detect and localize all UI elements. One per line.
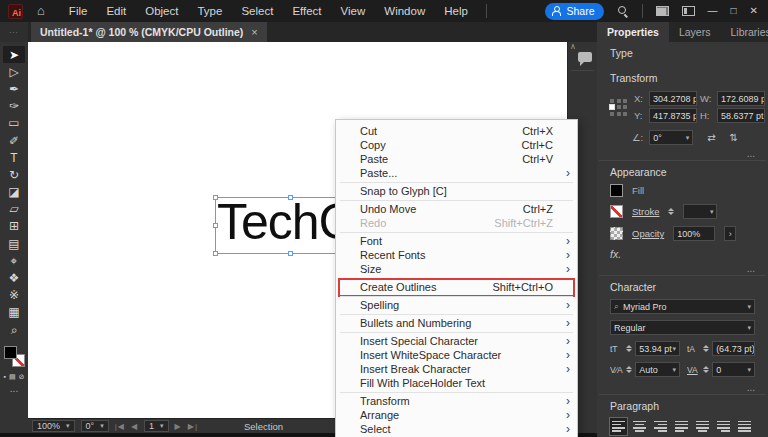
chevron-down-icon[interactable]: ▾: [710, 208, 714, 216]
align-center[interactable]: [631, 418, 648, 435]
selection-handle[interactable]: [213, 251, 218, 256]
menubar-item[interactable]: Object: [145, 0, 178, 22]
chevron-down-icon[interactable]: ▾: [686, 134, 690, 142]
transform-more-options-button[interactable]: ...: [599, 149, 766, 160]
tracking-field[interactable]: 0 ▾: [712, 362, 755, 377]
selection-handle[interactable]: [288, 251, 293, 256]
flip-horizontal-button[interactable]: ⇄: [707, 132, 715, 143]
arrange-documents-icon[interactable]: [656, 6, 669, 16]
ctx-font[interactable]: Font ›: [336, 234, 577, 248]
eraser-tool[interactable]: ◪: [3, 184, 25, 201]
menubar-item[interactable]: Help: [444, 0, 468, 22]
edit-toolbar-button[interactable]: ...: [10, 386, 18, 392]
justify-last-center[interactable]: [694, 418, 711, 435]
color-mode-icon[interactable]: ▪: [4, 373, 6, 381]
justify-last-right[interactable]: [715, 418, 732, 435]
artboard-tool[interactable]: ▦: [3, 304, 25, 321]
font-style-select[interactable]: Regular ▾: [610, 320, 755, 335]
width-field[interactable]: 172.6089 pt: [717, 91, 765, 106]
chevron-down-icon[interactable]: ▾: [672, 345, 676, 353]
menubar-item[interactable]: Select: [241, 0, 273, 22]
flip-vertical-button[interactable]: ⇅: [730, 132, 738, 143]
rotation-angle-field[interactable]: 0° ▾: [649, 130, 693, 145]
kerning-field[interactable]: Auto ▾: [635, 362, 680, 377]
scale-tool[interactable]: ▱: [3, 201, 25, 218]
shape-builder-tool[interactable]: ⊞: [3, 218, 25, 235]
scroll-up-icon[interactable]: ∧: [570, 42, 576, 51]
opacity-link[interactable]: Opacity: [632, 228, 664, 239]
tracking-stepper[interactable]: [703, 366, 709, 374]
gradient-mode-icon[interactable]: ▤: [9, 373, 16, 381]
last-artboard-button[interactable]: ▶|: [188, 422, 198, 431]
selection-handle[interactable]: [213, 195, 218, 200]
font-family-select[interactable]: ⌕ Myriad Pro ▾: [610, 299, 755, 314]
chevron-down-icon[interactable]: ▾: [160, 422, 164, 430]
menubar-item[interactable]: View: [341, 0, 366, 22]
stroke-weight-field[interactable]: ▾: [683, 204, 717, 219]
tab-libraries[interactable]: Libraries: [720, 22, 768, 42]
stroke-weight-stepper[interactable]: [668, 208, 674, 216]
ctx-fill-placeholder[interactable]: Fill With PlaceHolder Text: [336, 376, 577, 390]
pen-tool[interactable]: ✒: [3, 80, 25, 97]
comments-panel-icon[interactable]: [578, 52, 592, 62]
symbol-sprayer-tool[interactable]: ※: [3, 287, 25, 304]
search-icon[interactable]: [617, 5, 629, 17]
chevron-down-icon[interactable]: ▾: [66, 422, 70, 430]
ctx-snap-to-glyph[interactable]: Snap to Glyph [C]: [336, 184, 577, 198]
ctx-copy[interactable]: Copy Ctrl+C: [336, 138, 577, 152]
ctx-recent-fonts[interactable]: Recent Fonts ›: [336, 248, 577, 262]
ctx-spelling[interactable]: Spelling ›: [336, 298, 577, 312]
artboard-number-select[interactable]: 1 ▾: [144, 420, 169, 432]
chevron-down-icon[interactable]: ▾: [747, 324, 751, 332]
maximize-button[interactable]: □: [731, 0, 737, 22]
opacity-options-button[interactable]: ›: [724, 226, 736, 241]
justify-all[interactable]: [736, 418, 753, 435]
curvature-tool[interactable]: ✑: [3, 98, 25, 115]
direct-selection-tool[interactable]: ▷: [3, 63, 25, 80]
stroke-color-swatch[interactable]: [610, 205, 623, 218]
opacity-swatch[interactable]: [610, 227, 623, 240]
ctx-undo-move[interactable]: Undo Move Ctrl+Z: [336, 202, 577, 216]
selection-handle[interactable]: [213, 223, 218, 228]
ctx-paste-options[interactable]: Paste... ›: [336, 166, 577, 180]
fx-button[interactable]: fx.: [610, 248, 755, 260]
chevron-down-icon[interactable]: ▾: [747, 366, 751, 374]
kerning-stepper[interactable]: [626, 366, 632, 374]
gradient-tool[interactable]: ▤: [3, 235, 25, 252]
tab-properties[interactable]: Properties: [597, 22, 669, 42]
leading-field[interactable]: (64.73 pt) ▾: [712, 341, 755, 356]
leading-stepper[interactable]: [703, 345, 709, 353]
menubar-item[interactable]: Edit: [106, 0, 126, 22]
selection-handle[interactable]: [288, 195, 293, 200]
blend-tool[interactable]: ❖: [3, 269, 25, 286]
menubar-item[interactable]: Effect: [292, 0, 321, 22]
zoom-level-select[interactable]: 100% ▾: [32, 420, 75, 432]
previous-artboard-button[interactable]: ◀: [131, 422, 138, 431]
ctx-insert-break-character[interactable]: Insert Break Character ›: [336, 362, 577, 376]
appearance-more-options-button[interactable]: ...: [599, 264, 766, 275]
character-more-options-button[interactable]: ...: [599, 383, 766, 394]
rectangle-tool[interactable]: ▭: [3, 115, 25, 132]
menubar-item[interactable]: Type: [197, 0, 222, 22]
menubar-item[interactable]: File: [69, 0, 88, 22]
font-size-field[interactable]: 53.94 pt ▾: [635, 341, 680, 356]
chevron-down-icon[interactable]: ▾: [747, 303, 751, 311]
ctx-transform[interactable]: Transform ›: [336, 394, 577, 408]
tab-layers[interactable]: Layers: [669, 22, 721, 42]
ctx-paste[interactable]: Paste Ctrl+V: [336, 152, 577, 166]
rotate-tool[interactable]: ↻: [3, 166, 25, 183]
opacity-field[interactable]: 100%: [673, 226, 715, 241]
minimize-button[interactable]: —: [708, 0, 718, 22]
tab-close-icon[interactable]: ×: [251, 26, 257, 38]
ctx-insert-whitespace-character[interactable]: Insert WhiteSpace Character ›: [336, 348, 577, 362]
type-tool[interactable]: T: [3, 149, 25, 166]
home-icon[interactable]: ⌂: [37, 0, 45, 22]
ctx-create-outlines[interactable]: Create Outlines Shift+Ctrl+O: [336, 280, 577, 294]
none-mode-icon[interactable]: ⊘: [19, 373, 25, 381]
rotation-select[interactable]: 0° ▾: [81, 420, 109, 432]
justify-last-left[interactable]: [673, 418, 690, 435]
close-button[interactable]: ✕: [750, 0, 758, 22]
first-artboard-button[interactable]: |◀: [115, 422, 125, 431]
fill-swatch[interactable]: [4, 346, 17, 359]
chevron-down-icon[interactable]: ▾: [672, 366, 676, 374]
